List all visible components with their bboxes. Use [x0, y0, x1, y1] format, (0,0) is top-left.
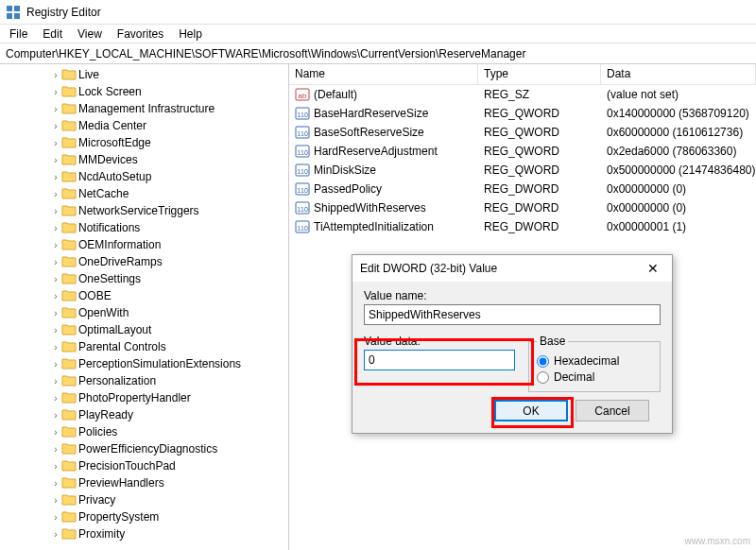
expand-arrow-icon[interactable]: ›: [50, 291, 61, 301]
expand-arrow-icon[interactable]: ›: [50, 308, 61, 318]
tree-item[interactable]: ›Media Center: [0, 117, 288, 134]
tree-item[interactable]: ›MicrosoftEdge: [0, 134, 288, 151]
expand-arrow-icon[interactable]: ›: [50, 87, 61, 97]
value-row[interactable]: 110PassedPolicyREG_DWORD0x00000000 (0): [289, 180, 756, 198]
expand-arrow-icon[interactable]: ›: [50, 410, 61, 421]
svg-text:110: 110: [297, 187, 308, 194]
expand-arrow-icon[interactable]: ›: [50, 206, 61, 216]
expand-arrow-icon[interactable]: ›: [50, 274, 61, 284]
folder-icon: [61, 102, 77, 115]
radio-decimal[interactable]: Decimal: [537, 370, 652, 384]
tree-item-label: Privacy: [78, 493, 115, 507]
value-row[interactable]: 110TiAttemptedInitializationREG_DWORD0x0…: [289, 217, 756, 236]
tree-item-label: Lock Screen: [78, 85, 142, 98]
value-type-icon: ab: [295, 87, 310, 102]
tree-item[interactable]: ›PhotoPropertyHandler: [0, 389, 288, 406]
svg-text:ab: ab: [299, 92, 307, 100]
expand-arrow-icon[interactable]: ›: [50, 104, 61, 114]
tree-panel[interactable]: ›Live›Lock Screen›Management Infrastruct…: [0, 64, 289, 550]
tree-item[interactable]: ›NetCache: [0, 185, 288, 202]
tree-item[interactable]: ›Policies: [0, 423, 288, 440]
tree-item[interactable]: ›PropertySystem: [0, 508, 288, 525]
tree-item[interactable]: ›OOBE: [0, 287, 288, 304]
expand-arrow-icon[interactable]: ›: [50, 121, 61, 131]
tree-item-label: PhotoPropertyHandler: [78, 391, 191, 404]
expand-arrow-icon[interactable]: ›: [50, 444, 61, 455]
tree-item-label: PowerEfficiencyDiagnostics: [78, 442, 217, 455]
expand-arrow-icon[interactable]: ›: [50, 359, 61, 370]
expand-arrow-icon[interactable]: ›: [50, 138, 61, 148]
expand-arrow-icon[interactable]: ›: [50, 461, 61, 472]
tree-item[interactable]: ›NcdAutoSetup: [0, 168, 288, 185]
expand-arrow-icon[interactable]: ›: [50, 223, 61, 233]
tree-item[interactable]: ›Proximity: [0, 525, 288, 542]
expand-arrow-icon[interactable]: ›: [50, 342, 61, 352]
value-row[interactable]: 110BaseSoftReserveSizeREG_QWORD0x6000000…: [289, 123, 756, 142]
radio-hexadecimal[interactable]: Hexadecimal: [537, 354, 652, 368]
col-type[interactable]: Type: [478, 64, 601, 84]
svg-rect-1: [14, 6, 20, 11]
value-row[interactable]: 110BaseHardReserveSizeREG_QWORD0x1400000…: [289, 104, 756, 123]
tree-item[interactable]: ›OptimalLayout: [0, 321, 288, 338]
svg-text:110: 110: [297, 168, 308, 175]
menu-favorites[interactable]: Favorites: [110, 26, 171, 43]
folder-icon: [61, 85, 77, 98]
address-bar[interactable]: Computer\HKEY_LOCAL_MACHINE\SOFTWARE\Mic…: [0, 43, 756, 64]
value-data: 0x00000000 (0): [601, 182, 756, 196]
tree-item[interactable]: ›OneDriveRamps: [0, 253, 288, 270]
expand-arrow-icon[interactable]: ›: [50, 70, 61, 80]
value-row[interactable]: 110ShippedWithReservesREG_DWORD0x0000000…: [289, 198, 756, 217]
tree-item[interactable]: ›PowerEfficiencyDiagnostics: [0, 440, 288, 457]
expand-arrow-icon[interactable]: ›: [50, 189, 61, 199]
tree-item[interactable]: ›OEMInformation: [0, 236, 288, 253]
tree-item[interactable]: ›Management Infrastructure: [0, 100, 288, 117]
value-data: 0x00000000 (0): [601, 201, 756, 215]
tree-item[interactable]: ›PerceptionSimulationExtensions: [0, 355, 288, 372]
tree-item[interactable]: ›NetworkServiceTriggers: [0, 202, 288, 219]
tree-item[interactable]: ›Parental Controls: [0, 338, 288, 355]
tree-item[interactable]: ›PrecisionTouchPad: [0, 457, 288, 474]
value-row[interactable]: ab(Default)REG_SZ(value not set): [289, 85, 756, 104]
expand-arrow-icon[interactable]: ›: [50, 512, 61, 523]
close-icon[interactable]: ✕: [642, 261, 664, 276]
tree-item[interactable]: ›Lock Screen: [0, 83, 288, 100]
folder-icon: [61, 391, 77, 404]
tree-item[interactable]: ›PlayReady: [0, 406, 288, 423]
menu-help[interactable]: Help: [171, 26, 210, 43]
value-name-field[interactable]: [364, 304, 661, 325]
folder-icon: [61, 476, 77, 490]
expand-arrow-icon[interactable]: ›: [50, 325, 61, 335]
value-data-field[interactable]: [364, 350, 515, 370]
value-row[interactable]: 110HardReserveAdjustmentREG_QWORD0x2eda6…: [289, 142, 756, 161]
expand-arrow-icon[interactable]: ›: [50, 257, 61, 267]
value-row[interactable]: 110MinDiskSizeREG_QWORD0x500000000 (2147…: [289, 161, 756, 180]
tree-item[interactable]: ›PreviewHandlers: [0, 474, 288, 491]
expand-arrow-icon[interactable]: ›: [50, 495, 61, 506]
tree-item[interactable]: ›Personalization: [0, 372, 288, 389]
expand-arrow-icon[interactable]: ›: [50, 427, 61, 438]
tree-item[interactable]: ›MMDevices: [0, 151, 288, 168]
tree-item[interactable]: ›Notifications: [0, 219, 288, 236]
tree-item[interactable]: ›Privacy: [0, 491, 288, 508]
folder-icon: [61, 306, 77, 319]
tree-item[interactable]: ›OneSettings: [0, 270, 288, 287]
menu-file[interactable]: File: [2, 26, 35, 43]
cancel-button[interactable]: Cancel: [576, 400, 649, 421]
expand-arrow-icon[interactable]: ›: [50, 478, 61, 489]
col-name[interactable]: Name: [289, 64, 478, 84]
tree-item-label: NetworkServiceTriggers: [78, 204, 199, 217]
expand-arrow-icon[interactable]: ›: [50, 172, 61, 182]
menu-view[interactable]: View: [70, 26, 110, 43]
tree-item[interactable]: ›Live: [0, 66, 288, 83]
menu-edit[interactable]: Edit: [35, 26, 70, 43]
value-type-icon: 110: [295, 125, 310, 140]
expand-arrow-icon[interactable]: ›: [50, 240, 61, 250]
expand-arrow-icon[interactable]: ›: [50, 376, 61, 387]
expand-arrow-icon[interactable]: ›: [50, 393, 61, 404]
col-data[interactable]: Data: [601, 64, 756, 84]
tree-item[interactable]: ›OpenWith: [0, 304, 288, 321]
expand-arrow-icon[interactable]: ›: [50, 529, 61, 540]
expand-arrow-icon[interactable]: ›: [50, 155, 61, 165]
ok-button[interactable]: OK: [494, 400, 568, 421]
tree-item-label: Notifications: [78, 221, 140, 234]
